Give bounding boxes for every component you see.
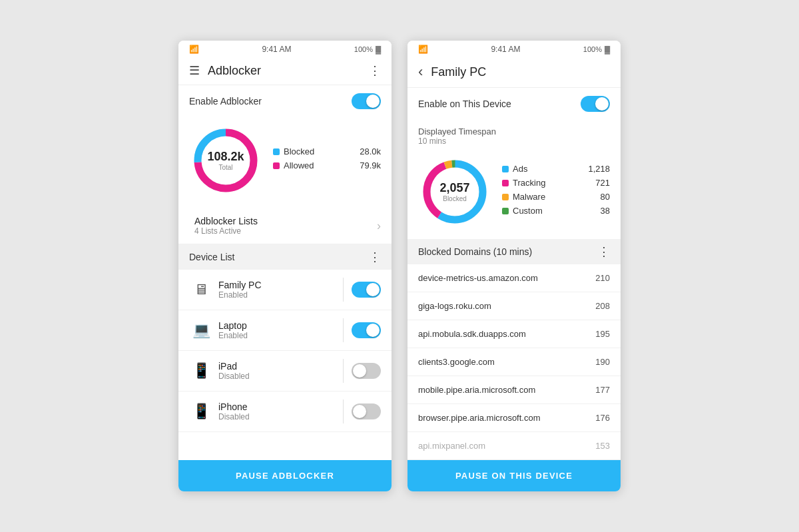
domain-amazon: device-metrics-us.amazon.com 210	[407, 264, 621, 292]
device-list-header: Device List ⋮	[178, 244, 392, 270]
domain-microsoft-browser: browser.pipe.aria.microsoft.com 176	[407, 404, 621, 432]
legend-1: Blocked 28.0k Allowed 79.9k	[273, 146, 381, 174]
ads-dot	[502, 166, 509, 172]
laptop-toggle[interactable]	[352, 322, 381, 338]
family-pc-name: Family PC	[218, 280, 335, 290]
custom-value: 38	[601, 206, 610, 216]
domain-name-ms-browser: browser.pipe.aria.microsoft.com	[418, 413, 541, 423]
domain-count-ms-mobile: 177	[595, 385, 610, 395]
donut-chart-1: 108.2k Total	[189, 124, 262, 197]
device-family-pc[interactable]: 🖥 Family PC Enabled	[178, 270, 392, 310]
iphone-name: iPhone	[218, 401, 335, 412]
back-icon[interactable]: ‹	[418, 63, 423, 81]
malware-label: Malware	[513, 192, 545, 202]
legend-item-blocked: Blocked 28.0k	[273, 146, 381, 156]
device-ipad[interactable]: 📱 iPad Disabled	[178, 351, 392, 392]
top-bar-2: ‹ Family PC	[407, 58, 621, 88]
ads-label: Ads	[513, 164, 527, 174]
donut-value-1: 108.2k	[207, 150, 244, 164]
tracking-dot	[502, 180, 509, 186]
legend-item-allowed: Allowed 79.9k	[273, 160, 381, 170]
family-pc-status: Enabled	[218, 290, 335, 300]
donut-chart-2: 2,057 Blocked	[418, 155, 491, 228]
blocked-label: Blocked	[284, 146, 314, 156]
device-title: Family PC	[431, 65, 486, 79]
tracking-value: 721	[595, 178, 610, 188]
device-list-more-icon[interactable]: ⋮	[369, 250, 381, 264]
domain-count-mixpanel: 153	[595, 441, 610, 451]
domain-count-google: 190	[595, 357, 610, 367]
malware-dot	[502, 194, 509, 200]
adblocker-lists-sub: 4 Lists Active	[194, 226, 377, 236]
allowed-dot	[273, 162, 280, 169]
iphone-status: Disabled	[218, 412, 335, 421]
adblocker-lists-row[interactable]: Adblocker Lists 4 Lists Active ›	[178, 208, 392, 244]
desktop-icon: 🖥	[189, 281, 213, 298]
top-bar-left-1: ☰ Adblocker	[189, 63, 261, 78]
adblocker-lists-arrow: ›	[377, 219, 381, 233]
pause-device-button[interactable]: PAUSE ON THIS DEVICE	[407, 460, 621, 491]
top-bar-left-2: ‹ Family PC	[418, 63, 486, 81]
allowed-label: Allowed	[284, 160, 314, 170]
device-iphone[interactable]: 📱 iPhone Disabled	[178, 392, 392, 432]
tracking-label: Tracking	[513, 178, 545, 188]
domain-count-amazon: 210	[595, 273, 610, 283]
donut-value-2: 2,057	[439, 182, 469, 195]
legend-2: Ads 1,218 Tracking 721 Malware	[502, 164, 610, 220]
blocked-dot	[273, 148, 280, 155]
hamburger-icon[interactable]: ☰	[189, 63, 200, 78]
status-bar-1: 📶 9:41 AM 100% ▓	[178, 41, 392, 58]
enable-adblocker-label: Enable Adblocker	[189, 96, 262, 107]
blocked-domains-more-icon[interactable]: ⋮	[598, 244, 610, 259]
domain-name-mixpanel: api.mixpanel.com	[418, 441, 485, 451]
pause-adblocker-button[interactable]: PAUSE ADBLOCKER	[178, 460, 392, 491]
enable-device-label: Enable on This Device	[418, 99, 511, 109]
domain-count-ms-browser: 176	[595, 413, 610, 423]
sep-2	[343, 318, 344, 342]
ads-value: 1,218	[588, 164, 610, 174]
iphone-toggle[interactable]	[352, 403, 381, 419]
battery-label-1: 100%	[354, 45, 373, 53]
donut-center-1: 108.2k Total	[207, 150, 244, 171]
domain-roku: giga-logs.roku.com 208	[407, 292, 621, 320]
status-bar-2: 📶 9:41 AM 100% ▓	[407, 41, 621, 58]
device-laptop[interactable]: 💻 Laptop Enabled	[178, 310, 392, 351]
allowed-value: 79.9k	[360, 160, 381, 170]
enable-device-toggle[interactable]	[581, 96, 610, 112]
battery-icon-2: ▓	[605, 45, 610, 53]
chart-section-2: 2,057 Blocked Ads 1,218 Tracking	[407, 148, 621, 239]
sep-4	[343, 399, 344, 423]
domain-name-duapps: api.mobula.sdk.duapps.com	[418, 329, 526, 339]
enable-device-row: Enable on This Device	[407, 88, 621, 120]
adblocker-lists-label: Adblocker Lists	[194, 216, 377, 226]
domain-name-google: clients3.google.com	[418, 357, 495, 367]
domain-count-duapps: 195	[595, 329, 610, 339]
more-icon-1[interactable]: ⋮	[369, 63, 381, 78]
enable-adblocker-row: Enable Adblocker	[178, 85, 392, 117]
family-pc-toggle[interactable]	[352, 282, 381, 298]
blocked-domains-title: Blocked Domains (10 mins)	[418, 246, 532, 257]
device-list-title: Device List	[189, 252, 234, 262]
custom-dot	[502, 208, 509, 214]
battery-icon-1: ▓	[376, 45, 381, 53]
ipad-toggle[interactable]	[352, 363, 381, 379]
donut-label-1: Total	[207, 163, 244, 170]
malware-value: 80	[601, 192, 610, 202]
enable-adblocker-toggle[interactable]	[352, 93, 381, 109]
legend-ads: Ads 1,218	[502, 164, 610, 174]
battery-area-2: 100% ▓	[583, 45, 610, 53]
sep-3	[343, 359, 344, 383]
sep-1	[343, 278, 344, 302]
donut-label-2: Blocked	[439, 194, 469, 202]
timespan-label: Displayed Timespan	[418, 127, 610, 136]
tablet-icon: 📱	[189, 362, 213, 380]
laptop-status: Enabled	[218, 331, 335, 340]
laptop-icon: 💻	[189, 322, 213, 339]
chart-section-1: 108.2k Total Blocked 28.0k Allowed	[178, 117, 392, 208]
donut-center-2: 2,057 Blocked	[439, 182, 469, 202]
timespan-value: 10 mins	[418, 136, 610, 146]
ipad-status: Disabled	[218, 372, 335, 381]
wifi-icon-2: 📶	[418, 45, 428, 54]
phone-icon: 📱	[189, 403, 213, 420]
legend-malware: Malware 80	[502, 192, 610, 202]
